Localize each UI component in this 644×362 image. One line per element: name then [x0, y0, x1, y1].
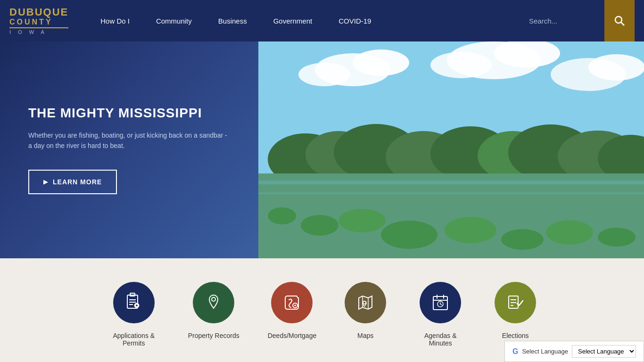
ql-property-label: Property Records	[188, 332, 239, 339]
svg-point-39	[212, 297, 215, 301]
hero-content: THE MIGHTY MISSISSIPPI Whether you are f…	[0, 41, 258, 258]
logo-state: I O W A	[9, 29, 68, 35]
svg-point-0	[615, 16, 622, 23]
ql-agendas[interactable]: Agendas & Minutes	[414, 282, 466, 347]
logo-county: COUNTY	[9, 18, 68, 26]
hero-btn-label: LEARN MORE	[53, 178, 102, 186]
google-g-icon: G	[512, 347, 518, 356]
search-button[interactable]	[604, 0, 635, 41]
ballot-icon	[505, 292, 526, 313]
ql-property[interactable]: Property Records	[188, 282, 239, 347]
ql-deeds-label: Deeds/Mortgage	[268, 332, 317, 339]
svg-line-1	[621, 23, 625, 26]
svg-point-26	[501, 229, 544, 250]
hero-image	[258, 41, 644, 258]
clipboard-icon	[124, 292, 144, 313]
svg-point-8	[430, 52, 492, 78]
svg-point-28	[598, 228, 636, 247]
logo-underline	[9, 27, 68, 28]
nav-business[interactable]: Business	[205, 0, 260, 41]
hero-section: THE MIGHTY MISSISSIPPI Whether you are f…	[0, 41, 644, 258]
search-icon	[614, 15, 625, 26]
nav-community[interactable]: Community	[143, 0, 205, 41]
svg-rect-29	[258, 181, 644, 184]
ql-elections-circle	[495, 282, 536, 323]
logo[interactable]: DUBUQUE COUNTY I O W A	[9, 7, 68, 35]
ql-deeds[interactable]: Deeds/Mortgage	[268, 282, 317, 347]
location-icon	[203, 292, 224, 313]
ql-elections-label: Elections	[502, 332, 529, 339]
ql-agendas-label: Agendas & Minutes	[414, 332, 466, 347]
translate-bar: G Select Language Select Language Englis…	[504, 341, 644, 362]
ql-agendas-circle	[420, 282, 461, 323]
search-area	[520, 0, 635, 41]
nav-covid[interactable]: COVID-19	[325, 0, 384, 41]
svg-point-5	[298, 63, 350, 86]
ql-property-circle	[193, 282, 234, 323]
ql-deeds-circle	[271, 282, 313, 323]
svg-point-27	[546, 220, 593, 245]
svg-point-10	[588, 54, 644, 81]
main-nav: How Do I Community Business Government C…	[87, 0, 520, 41]
svg-line-52	[440, 304, 442, 305]
svg-point-4	[353, 49, 409, 76]
ql-applications[interactable]: Applications & Permits	[108, 282, 160, 347]
nav-government[interactable]: Government	[260, 0, 326, 41]
hero-learn-more-button[interactable]: ▶ LEARN MORE	[28, 170, 117, 194]
translate-label: Select Language	[522, 348, 568, 355]
site-header: DUBUQUE COUNTY I O W A How Do I Communit…	[0, 0, 644, 41]
language-select[interactable]: Select Language English Spanish French	[572, 345, 636, 358]
search-input[interactable]	[520, 17, 604, 25]
map-icon	[355, 292, 376, 313]
svg-point-22	[301, 215, 339, 236]
ql-maps-label: Maps	[357, 332, 373, 339]
svg-point-24	[381, 221, 438, 249]
hero-btn-arrow: ▶	[43, 179, 48, 185]
ql-applications-label: Applications & Permits	[108, 332, 160, 347]
hero-landscape-svg	[258, 41, 644, 258]
svg-point-23	[339, 209, 386, 232]
calendar-icon	[430, 292, 451, 313]
logo-text: DUBUQUE	[9, 7, 68, 18]
svg-point-21	[268, 207, 296, 224]
hero-description: Whether you are fishing, boating, or jus…	[28, 130, 230, 151]
svg-point-25	[445, 217, 496, 243]
ql-maps-circle	[345, 282, 386, 323]
ql-maps[interactable]: Maps	[345, 282, 386, 347]
ql-applications-circle	[113, 282, 155, 323]
hero-title: THE MIGHTY MISSISSIPPI	[28, 106, 230, 121]
svg-rect-30	[258, 192, 644, 194]
scroll-icon	[281, 292, 302, 313]
nav-how-do-i[interactable]: How Do I	[87, 0, 143, 41]
ql-elections[interactable]: Elections	[495, 282, 536, 347]
